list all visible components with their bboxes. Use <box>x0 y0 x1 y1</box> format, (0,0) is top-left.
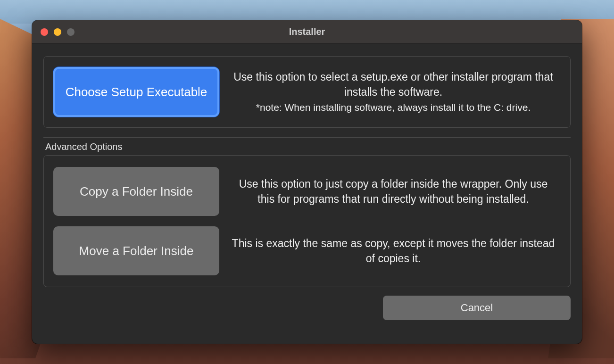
close-window-button[interactable] <box>41 28 48 36</box>
copy-folder-row: Copy a Folder Inside Use this option to … <box>53 167 561 216</box>
cancel-button[interactable]: Cancel <box>383 296 571 320</box>
copy-folder-description: Use this option to just copy a folder in… <box>231 176 561 207</box>
move-folder-description: This is exactly the same as copy, except… <box>231 236 561 266</box>
window-body: Choose Setup Executable Use this option … <box>32 44 582 344</box>
window-controls <box>32 28 75 36</box>
dialog-footer: Cancel <box>43 296 571 320</box>
section-divider <box>43 137 571 138</box>
move-folder-row: Move a Folder Inside This is exactly the… <box>53 226 561 275</box>
installer-window: Installer Choose Setup Executable Use th… <box>32 20 582 344</box>
primary-note-text: *note: When installing software, always … <box>231 100 556 114</box>
maximize-window-button[interactable] <box>67 28 75 36</box>
copy-folder-inside-button[interactable]: Copy a Folder Inside <box>53 167 219 216</box>
move-folder-inside-button[interactable]: Move a Folder Inside <box>53 226 219 275</box>
advanced-options-group: Copy a Folder Inside Use this option to … <box>43 155 571 287</box>
primary-desc-text: Use this option to select a setup.exe or… <box>233 71 553 98</box>
primary-option-group: Choose Setup Executable Use this option … <box>43 56 571 128</box>
choose-setup-executable-button[interactable]: Choose Setup Executable <box>53 67 219 117</box>
window-title: Installer <box>32 26 582 37</box>
primary-option-description: Use this option to select a setup.exe or… <box>231 69 561 115</box>
window-titlebar: Installer <box>32 20 582 44</box>
advanced-options-label: Advanced Options <box>43 141 571 152</box>
minimize-window-button[interactable] <box>54 28 61 36</box>
